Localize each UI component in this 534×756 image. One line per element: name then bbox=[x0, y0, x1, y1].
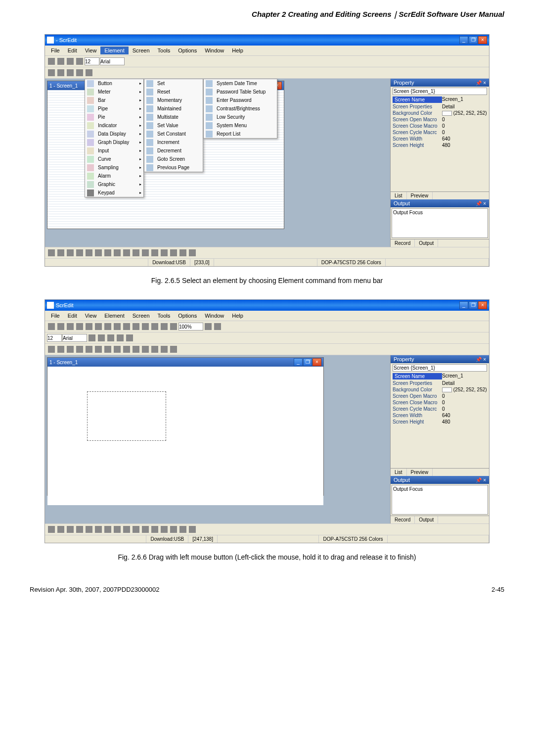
sm-gotoscreen[interactable]: Goto Screen bbox=[144, 155, 203, 163]
prop-closemacro-val[interactable]: 0 bbox=[442, 123, 487, 129]
prop-bgcolor-val[interactable]: (252, 252, 252) bbox=[442, 110, 487, 116]
menu-element[interactable]: Element bbox=[100, 47, 128, 54]
tb-b2[interactable] bbox=[56, 68, 65, 77]
maximize-button[interactable]: ❐ bbox=[469, 36, 478, 44]
menu-tools[interactable]: Tools bbox=[154, 47, 175, 54]
bt2-1[interactable] bbox=[47, 525, 56, 534]
menu-graphdisplay[interactable]: Graph Display bbox=[85, 138, 143, 146]
tb-b1[interactable] bbox=[47, 68, 56, 77]
sm-reset[interactable]: Reset bbox=[144, 88, 203, 96]
menu-screen-2[interactable]: Screen bbox=[129, 312, 154, 320]
tb2-d6[interactable] bbox=[94, 345, 103, 354]
tb2-copy[interactable] bbox=[113, 322, 122, 331]
tb2-b5[interactable] bbox=[169, 322, 178, 331]
bt2[interactable] bbox=[56, 248, 65, 257]
sm-sysdatetime[interactable]: System Date Time bbox=[204, 79, 277, 88]
tb2-redo[interactable] bbox=[94, 322, 103, 331]
bt2-16[interactable] bbox=[188, 525, 197, 534]
property-selector-2[interactable]: Screen {Screen_1} bbox=[393, 364, 487, 372]
sm-prevpage[interactable]: Previous Page bbox=[144, 163, 203, 172]
tb2-paste[interactable] bbox=[122, 322, 131, 331]
bt14[interactable] bbox=[169, 248, 178, 257]
menu-file-2[interactable]: File bbox=[47, 312, 64, 320]
tb2-c5[interactable] bbox=[125, 333, 134, 342]
sm-momentary[interactable]: Momentary bbox=[144, 96, 203, 104]
pin-icon[interactable]: 📌 × bbox=[476, 80, 486, 86]
prop-screenprops-val[interactable]: Detail bbox=[442, 104, 487, 109]
output-pin-icon[interactable]: 📌 × bbox=[476, 201, 486, 206]
sm-contrast[interactable]: Contrast/Brightness bbox=[204, 104, 277, 113]
tb2-b1[interactable] bbox=[132, 322, 140, 331]
menu-datadisplay[interactable]: Data Display bbox=[85, 130, 143, 138]
tab-record[interactable]: Record bbox=[391, 239, 415, 247]
bt12[interactable] bbox=[150, 248, 159, 257]
menu-keypad[interactable]: Keypad bbox=[85, 189, 143, 197]
prop-cyclemacro-val[interactable]: 0 bbox=[442, 130, 487, 135]
menu-options-2[interactable]: Options bbox=[174, 312, 201, 320]
tb2-new[interactable] bbox=[47, 322, 56, 331]
bt2-11[interactable] bbox=[141, 525, 150, 534]
menu-sampling[interactable]: Sampling bbox=[85, 163, 143, 172]
prop-height-val[interactable]: 480 bbox=[442, 142, 487, 148]
tb2-d7[interactable] bbox=[103, 345, 112, 354]
sm-lowsec[interactable]: Low Security bbox=[204, 113, 277, 121]
tb2-d2[interactable] bbox=[56, 345, 65, 354]
tab-list-2[interactable]: List bbox=[391, 469, 407, 476]
bt2-7[interactable] bbox=[103, 525, 112, 534]
tb2-d10[interactable] bbox=[132, 345, 140, 354]
tb2-d1[interactable] bbox=[47, 345, 56, 354]
tb2-d4[interactable] bbox=[75, 345, 84, 354]
inner-max-2[interactable]: ❐ bbox=[303, 358, 312, 366]
tb-save[interactable] bbox=[66, 57, 75, 66]
bt9[interactable] bbox=[122, 248, 131, 257]
tb2-c3[interactable] bbox=[106, 333, 115, 342]
menu-file[interactable]: File bbox=[47, 47, 64, 54]
property-selector[interactable]: Screen {Screen_1} bbox=[393, 88, 487, 95]
prop2-openmacro-val[interactable]: 0 bbox=[442, 393, 487, 399]
inner-min-2[interactable]: _ bbox=[294, 358, 303, 366]
prop2-cyclemacro-val[interactable]: 0 bbox=[442, 406, 487, 412]
prop2-closemacro-val[interactable]: 0 bbox=[442, 400, 487, 405]
menu-graphic[interactable]: Graphic bbox=[85, 180, 143, 189]
tab-output-2[interactable]: Output bbox=[415, 516, 438, 523]
tb2-d14[interactable] bbox=[169, 345, 178, 354]
bt2-13[interactable] bbox=[160, 525, 169, 534]
prop2-screenname-val[interactable]: Screen_1 bbox=[442, 373, 487, 379]
tb-open[interactable] bbox=[56, 57, 65, 66]
bt2-6[interactable] bbox=[94, 525, 103, 534]
close-button[interactable]: × bbox=[478, 36, 487, 44]
tb2-d11[interactable] bbox=[141, 345, 150, 354]
tb2-d8[interactable] bbox=[113, 345, 122, 354]
tb-saveas[interactable] bbox=[75, 57, 84, 66]
tb2-d9[interactable] bbox=[122, 345, 131, 354]
tab-list[interactable]: List bbox=[391, 192, 407, 199]
minimize-button-2[interactable]: _ bbox=[459, 301, 468, 309]
menu-window-2[interactable]: Window bbox=[201, 312, 228, 320]
bt7[interactable] bbox=[103, 248, 112, 257]
tab-output[interactable]: Output bbox=[415, 239, 438, 247]
tb2-cut[interactable] bbox=[103, 322, 112, 331]
menu-edit[interactable]: Edit bbox=[64, 47, 81, 54]
tb2-save[interactable] bbox=[66, 322, 75, 331]
bt13[interactable] bbox=[160, 248, 169, 257]
prop2-bgcolor-val[interactable]: (252, 252, 252) bbox=[442, 387, 487, 392]
menu-window[interactable]: Window bbox=[201, 47, 228, 54]
sm-maintained[interactable]: Maintained bbox=[144, 104, 203, 113]
close-button-2[interactable]: × bbox=[478, 301, 487, 309]
tb-fontsize[interactable] bbox=[85, 57, 99, 65]
bt11[interactable] bbox=[141, 248, 150, 257]
minimize-button[interactable]: _ bbox=[459, 36, 468, 44]
menu-indicator[interactable]: Indicator bbox=[85, 121, 143, 130]
bt2-4[interactable] bbox=[75, 525, 84, 534]
menu-input[interactable]: Input bbox=[85, 146, 143, 155]
tb2-d12[interactable] bbox=[150, 345, 159, 354]
tab-preview[interactable]: Preview bbox=[407, 192, 433, 199]
menu-pipe[interactable]: Pipe bbox=[85, 104, 143, 113]
bt2-3[interactable] bbox=[66, 525, 75, 534]
sm-decrement[interactable]: Decrement bbox=[144, 146, 203, 155]
prop-width-val[interactable]: 640 bbox=[442, 136, 487, 142]
menu-tools-2[interactable]: Tools bbox=[154, 312, 175, 320]
bt2-15[interactable] bbox=[178, 525, 187, 534]
menu-view-2[interactable]: View bbox=[81, 312, 101, 320]
tb2-zoom[interactable] bbox=[178, 323, 203, 331]
